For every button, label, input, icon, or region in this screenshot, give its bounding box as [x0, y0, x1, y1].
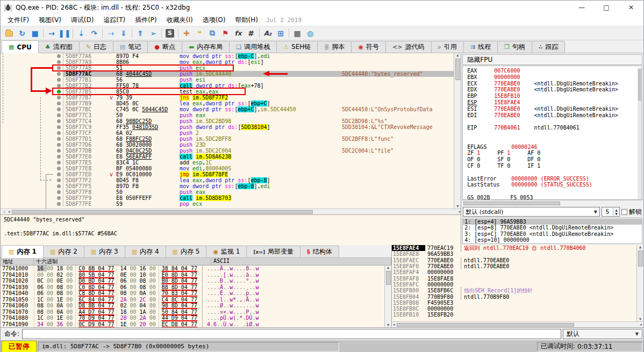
attach-icon[interactable]: ⊞	[274, 27, 287, 39]
command-input[interactable]	[22, 329, 561, 339]
tab-局部变量[interactable]: [x=]局部变量	[246, 246, 300, 257]
disasm-row[interactable]: 5D8F77E0E8 56EAFAFFcall im.5D8A623B	[1, 154, 454, 160]
breakpoint-toggle[interactable]	[54, 118, 63, 124]
disasm-row[interactable]: 5D8F77A6897D F4mov dword ptr ss:[ebp-C],…	[1, 53, 454, 59]
disasm-row[interactable]: 5D8F77B2FF50 78call dword ptr ds:[eax+78…	[1, 83, 454, 89]
register-row[interactable]: EDX770EABE0<ntdll.DbgUiRemoteBreakin>	[467, 87, 638, 93]
execute-till-return-icon[interactable]: ⇑	[134, 27, 147, 39]
disasm-row[interactable]: 5D8F77E8BF 05400080mov edi,80004005	[1, 166, 454, 171]
register-row[interactable]	[467, 131, 638, 138]
tab-SEH链[interactable]: ⚠SEH链	[276, 41, 318, 53]
breakpoint-toggle[interactable]	[54, 148, 63, 154]
register-row[interactable]: EBX00000000	[467, 74, 638, 81]
breakpoint-toggle[interactable]	[54, 100, 63, 106]
pause-icon[interactable]: ❚❚	[58, 27, 71, 39]
breakpoint-toggle[interactable]	[54, 189, 63, 195]
breakpoint-toggle[interactable]	[54, 112, 63, 118]
tab-流程图[interactable]: ♣流程图	[38, 41, 80, 53]
disasm-row[interactable]: 5D8F77B156push esi	[1, 77, 454, 83]
command-profile-select[interactable]: 默认▼	[563, 329, 642, 339]
internet-icon[interactable]: ◍	[304, 27, 317, 39]
unlock-checkbox[interactable]	[621, 209, 627, 215]
register-row[interactable]: OF 0SF 0DF 0	[467, 156, 638, 163]
disasm-row[interactable]: 5D8F77B7v79 39jns im.5D8F77F2	[1, 95, 454, 100]
disasm-row[interactable]: 5D8F77F5897D F8mov dword ptr ss:[ebp-8],…	[1, 183, 454, 189]
calling-convention-select[interactable]: 默认 (stdcall)▼	[463, 207, 600, 217]
breakpoint-toggle[interactable]	[54, 142, 63, 148]
tab-调用堆栈[interactable]: ❏调用堆栈	[229, 41, 277, 53]
stack-row[interactable]: 15E8FAE4770EAC19返回到 ntdll.770EAC19 自 ntd…	[392, 245, 636, 251]
tab-跟踪[interactable]: ∴跟踪	[532, 41, 566, 53]
breakpoint-toggle[interactable]	[54, 59, 63, 65]
register-row[interactable]	[467, 169, 638, 176]
run-to-selection-icon[interactable]: ⇢	[104, 27, 117, 39]
close-button[interactable]: ✕	[619, 1, 643, 15]
disasm-row[interactable]: 5D8F77CF6A 02push 2	[1, 130, 454, 136]
seh-badge-icon[interactable]: S	[163, 27, 176, 39]
strings-icon[interactable]: A₂	[261, 27, 274, 39]
dump-row[interactable]: 7704109034 00 36 000C D9 04 771E 00 20 0…	[1, 321, 384, 328]
disasm-row[interactable]: 5D8F77F9E8 050FFEFFcall im.5D8D8703	[1, 195, 454, 201]
register-row[interactable]: CF 0TF 0IF 1	[467, 163, 638, 169]
register-row[interactable]: LastError00000000 (ERROR_SUCCESS)	[467, 176, 638, 182]
stack-row[interactable]: 15E8FAF815E8FAE8	[392, 275, 636, 281]
tab-引用[interactable]: ⌕引用	[431, 41, 464, 53]
breakpoint-toggle[interactable]	[54, 124, 63, 130]
arg-count-stepper[interactable]: 5 ▲▼	[602, 207, 620, 217]
menu-item-2[interactable]: 调试(D)	[66, 15, 99, 25]
step-over-icon[interactable]: ↷	[88, 27, 101, 39]
comments-icon[interactable]: ❝	[193, 27, 206, 39]
disasm-row[interactable]: 5D8F77C9FF35 0481D35Dpush dword ptr ds:[…	[1, 124, 454, 130]
tab-监视 1[interactable]: ◉监视 1	[206, 246, 247, 257]
tab-日志[interactable]: ✎日志	[79, 41, 113, 53]
tab-笔记[interactable]: ▤笔记	[113, 41, 148, 53]
tab-内存 1[interactable]: ▥内存 1	[2, 245, 44, 258]
tab-CPU[interactable]: ▦CPU	[2, 40, 39, 53]
registers-hscrollbar[interactable]	[462, 200, 642, 206]
disasm-row[interactable]: 5D8F77FE59pop ecx	[1, 201, 454, 207]
breakpoint-toggle[interactable]	[54, 77, 63, 83]
hide-fpu-button[interactable]: 隐藏FPU	[462, 54, 642, 65]
menu-item-7[interactable]: 帮助(H)	[230, 15, 262, 25]
dump-row[interactable]: 7704104006 00 08 00C8 8D 04 7708 00 0A 0…	[1, 290, 384, 297]
breakpoint-toggle[interactable]	[54, 53, 63, 59]
argument-row[interactable]: 3: [esp+C] 770EABE0 <ntdll.DbgUiRemoteBr…	[463, 231, 642, 237]
dump-row[interactable]: 770410801C 00 1E 0070 D9 04 7728 00 2A 0…	[1, 315, 384, 321]
breakpoint-toggle[interactable]	[54, 183, 63, 189]
menu-item-5[interactable]: 收藏夹(I)	[162, 15, 198, 25]
register-row[interactable]: ZF 1PF 1AF 0	[467, 150, 638, 156]
disasm-row[interactable]: 5D8F77C468 98BDC25Dpush im.5DC2BD985DC2B…	[1, 118, 454, 124]
disasm-row[interactable]: 5D8F77B98D45 0Clea eax,dword ptr ss:[ebp…	[1, 100, 454, 106]
breakpoint-toggle[interactable]	[54, 130, 63, 136]
breakpoint-toggle[interactable]	[54, 154, 63, 160]
breakpoint-toggle[interactable]	[54, 136, 63, 142]
tab-线程[interactable]: ⇉线程	[463, 41, 498, 53]
stack-row[interactable]: 15E8FB08F45905E3	[392, 300, 636, 306]
register-row[interactable]	[467, 118, 638, 125]
disasm-row[interactable]: 5D8F77AC68 4044C45Dpush im.5DC444405DC44…	[1, 71, 454, 77]
step-into-icon[interactable]: ⇣	[75, 27, 88, 39]
register-row[interactable]	[467, 188, 638, 195]
dump-row[interactable]: 770410501C 00 1E 006C 84 04 772A 00 2C 0…	[1, 297, 384, 303]
breakpoint-toggle[interactable]	[54, 95, 63, 100]
tab-结构体[interactable]: §结构体	[300, 246, 339, 257]
menu-item-6[interactable]: 选项(O)	[198, 15, 231, 25]
stack-row[interactable]: 15E8FAEC770EABE0ntdll.770EABE0	[392, 257, 636, 263]
tab-源代码[interactable]: <>源代码	[385, 41, 431, 53]
register-row[interactable]: EAX007C6000	[467, 68, 638, 74]
breakpoint-toggle[interactable]	[54, 195, 63, 201]
dump-row[interactable]: 7704101000 00 02 0080 5B 04 770E 00 10 0…	[1, 272, 384, 278]
hash-icon[interactable]: #	[245, 27, 257, 39]
disasm-row[interactable]: 5D8F77BCC745 0C 5044C45Dmov dword ptr ss…	[1, 106, 454, 112]
tab-断点[interactable]: ●断点	[147, 41, 182, 53]
stack-row[interactable]: 15E8FB1015E8FB20	[392, 312, 636, 318]
disasm-row[interactable]: 5D8F77F850push eax	[1, 189, 454, 195]
register-row[interactable]: ESI770EABE0<ntdll.DbgUiRemoteBreakin>	[467, 106, 638, 112]
tab-内存 5[interactable]: ▥内存 5	[166, 246, 207, 257]
breakpoint-toggle[interactable]	[54, 83, 63, 89]
disasm-row[interactable]: 5D8F77EDvE9 0C010000jmp im.5D8F78FE	[1, 171, 454, 177]
disasm-row[interactable]: 5D8F77DB68 04C0C25Dpush im.5DC2C0045DC2C…	[1, 148, 454, 154]
register-row[interactable]: ECX770EABE0<ntdll.DbgUiRemoteBreakin>	[467, 81, 638, 87]
dump-row[interactable]: 7704106008 00 0A 00D8 8B 04 7702 00 04 0…	[1, 303, 384, 309]
run-to-user-code-icon[interactable]: ➢	[147, 27, 160, 39]
